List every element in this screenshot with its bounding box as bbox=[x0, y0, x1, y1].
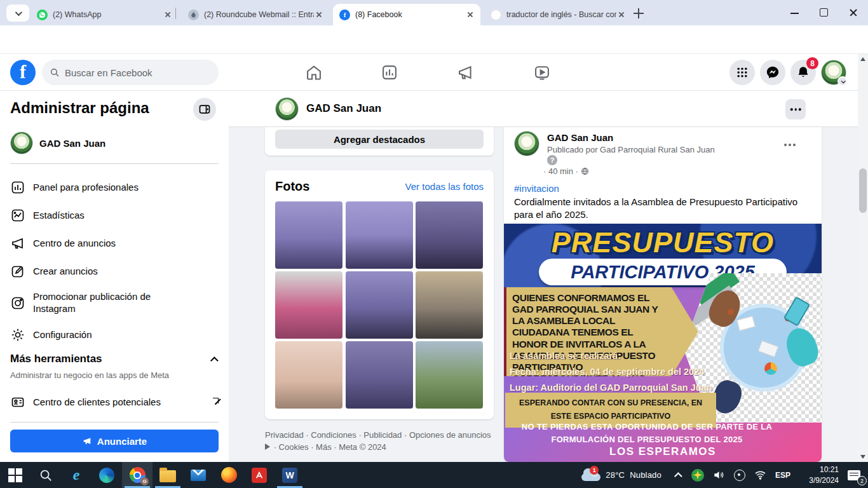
instagram-icon bbox=[10, 295, 25, 311]
sidebar-page-link[interactable]: GAD San Juan bbox=[10, 129, 219, 157]
add-featured-button[interactable]: Agregar destacados bbox=[275, 130, 484, 149]
photo-thumbnail[interactable] bbox=[416, 341, 483, 409]
facebook-header: f 8 bbox=[0, 54, 858, 91]
meet-now-button[interactable] bbox=[729, 462, 750, 488]
photo-thumbnail[interactable] bbox=[275, 341, 342, 409]
page-scrollbar[interactable] bbox=[858, 54, 868, 462]
volume-tray-icon[interactable] bbox=[709, 462, 729, 488]
post-image-presupuesto-poster[interactable]: PRESUPUESTO PARTICIPATIVO 2025 QUIENES C… bbox=[504, 224, 822, 462]
post-author-name[interactable]: GAD San Juan bbox=[547, 132, 613, 143]
triangle-down-icon bbox=[860, 455, 865, 459]
facebook-logo[interactable]: f bbox=[10, 60, 36, 85]
advertise-button[interactable]: Anunciarte bbox=[10, 430, 219, 452]
post-more-button[interactable] bbox=[780, 135, 800, 155]
ellipsis-icon bbox=[790, 108, 801, 111]
taskbar-search-button[interactable] bbox=[31, 462, 61, 488]
window-maximize-button[interactable] bbox=[810, 0, 839, 25]
weather-widget[interactable]: 1 28°C Nublado bbox=[577, 462, 666, 488]
footer-links[interactable]: Privacidad · Condiciones · Publicidad · … bbox=[265, 430, 494, 454]
tab-close-icon[interactable] bbox=[616, 10, 627, 20]
messenger-button[interactable] bbox=[760, 60, 785, 85]
sidebar-item-panel-profesionales[interactable]: Panel para profesionales bbox=[5, 173, 224, 201]
scrollbar-thumb[interactable] bbox=[859, 168, 867, 213]
tab-close-icon[interactable] bbox=[163, 10, 173, 20]
firefox-button[interactable] bbox=[214, 462, 244, 488]
sidebar-item-centro-anuncios[interactable]: Centro de anuncios bbox=[5, 229, 224, 257]
tab-title: (2) WhatsApp bbox=[53, 10, 163, 19]
file-explorer-button[interactable] bbox=[153, 462, 183, 488]
acrobat-button[interactable] bbox=[244, 462, 275, 488]
cloud-icon bbox=[581, 473, 600, 481]
ads-tab-icon[interactable] bbox=[457, 64, 475, 81]
mail-button[interactable] bbox=[183, 462, 214, 488]
sidebar-item-label: Crear anuncios bbox=[33, 266, 98, 278]
tab-whatsapp[interactable]: (2) WhatsApp bbox=[31, 4, 178, 25]
sidebar-item-crear-anuncios[interactable]: Crear anuncios bbox=[5, 257, 224, 285]
action-center-button[interactable]: 2 bbox=[843, 462, 868, 488]
apps-menu-button[interactable] bbox=[729, 60, 755, 85]
notifications-button[interactable]: 8 bbox=[790, 60, 816, 85]
photo-thumbnail[interactable] bbox=[416, 271, 483, 339]
sidebar-item-centro-clientes[interactable]: Centro de clientes potenciales bbox=[5, 388, 224, 416]
advertise-label: Anunciarte bbox=[97, 436, 147, 447]
help-icon[interactable]: ? bbox=[547, 155, 557, 165]
acrobat-icon bbox=[252, 468, 267, 483]
chevron-down-icon bbox=[15, 8, 22, 15]
facebook-icon: f bbox=[339, 10, 350, 20]
see-all-photos-link[interactable]: Ver todas las fotos bbox=[405, 181, 484, 192]
footer-line-1[interactable]: Privacidad · Condiciones · Publicidad · … bbox=[265, 430, 491, 440]
window-minimize-button[interactable] bbox=[780, 0, 810, 25]
photo-thumbnail[interactable] bbox=[346, 201, 413, 269]
network-tray-icon[interactable] bbox=[750, 462, 771, 488]
language-indicator[interactable]: ESP bbox=[771, 462, 795, 488]
wifi-icon bbox=[754, 469, 766, 481]
weather-desc: Nublado bbox=[630, 470, 661, 480]
compose-icon bbox=[10, 264, 25, 279]
word-button[interactable]: W bbox=[275, 462, 305, 488]
post-hashtag-link[interactable]: #invitacion bbox=[514, 183, 559, 194]
page-avatar[interactable] bbox=[275, 97, 299, 121]
window-close-button[interactable] bbox=[839, 0, 868, 25]
tab-google-search[interactable]: G traductor de inglés - Buscar con bbox=[484, 4, 632, 25]
sidebar-item-promocionar-instagram[interactable]: Promocionar publicación de Instagram bbox=[5, 285, 224, 321]
scroll-up-button[interactable] bbox=[858, 54, 868, 64]
weather-temp: 28°C bbox=[606, 470, 625, 480]
adchoices-icon bbox=[265, 444, 270, 450]
tab-close-icon[interactable] bbox=[314, 10, 324, 20]
tab-facebook-active[interactable]: f (8) Facebook bbox=[333, 4, 480, 25]
page-title: GAD San Juan bbox=[306, 102, 381, 115]
chrome-button[interactable]: G bbox=[122, 462, 153, 488]
photo-thumbnail[interactable] bbox=[346, 271, 413, 339]
account-menu-button[interactable] bbox=[821, 60, 846, 85]
post-author-avatar[interactable] bbox=[514, 131, 539, 156]
footer-line-2[interactable]: · Cookies · Más · Meta © 2024 bbox=[274, 442, 386, 452]
video-tab-icon[interactable] bbox=[533, 64, 551, 81]
sidebar-item-configuracion[interactable]: Configuración bbox=[5, 321, 224, 349]
more-tools-toggle[interactable]: Más herramientas bbox=[10, 353, 219, 365]
tab-roundcube[interactable]: (2) Roundcube Webmail :: Entra bbox=[182, 4, 329, 25]
clock-widget[interactable]: 10:21 3/9/2024 bbox=[795, 462, 843, 488]
poster-detail-line: Fecha: miércoles, 04 de septiembre del 2… bbox=[510, 364, 719, 380]
tab-search-chevron-button[interactable] bbox=[6, 4, 29, 22]
page-more-button[interactable] bbox=[785, 99, 806, 119]
start-button[interactable] bbox=[0, 462, 31, 488]
edge-button[interactable] bbox=[92, 462, 122, 488]
search-input[interactable] bbox=[65, 67, 205, 78]
photo-thumbnail[interactable] bbox=[346, 341, 413, 409]
insights-tab-icon[interactable] bbox=[381, 64, 398, 81]
antivirus-tray-icon[interactable] bbox=[687, 462, 709, 488]
internet-explorer-button[interactable]: e bbox=[61, 462, 92, 488]
photo-thumbnail[interactable] bbox=[275, 271, 342, 339]
sidebar-item-estadisticas[interactable]: Estadísticas bbox=[5, 201, 224, 229]
tab-close-icon[interactable] bbox=[465, 10, 475, 20]
new-tab-button[interactable] bbox=[632, 6, 646, 20]
photo-thumbnail[interactable] bbox=[275, 201, 342, 269]
scroll-down-button[interactable] bbox=[858, 452, 868, 462]
tray-overflow-button[interactable] bbox=[672, 462, 687, 488]
photo-thumbnail[interactable] bbox=[416, 201, 483, 269]
facebook-search[interactable] bbox=[42, 60, 219, 85]
clock-date: 3/9/2024 bbox=[799, 475, 839, 485]
collapse-sidebar-button[interactable] bbox=[193, 98, 216, 121]
home-tab-icon[interactable] bbox=[305, 64, 323, 81]
post-timestamp[interactable]: · 40 min · bbox=[543, 166, 589, 176]
